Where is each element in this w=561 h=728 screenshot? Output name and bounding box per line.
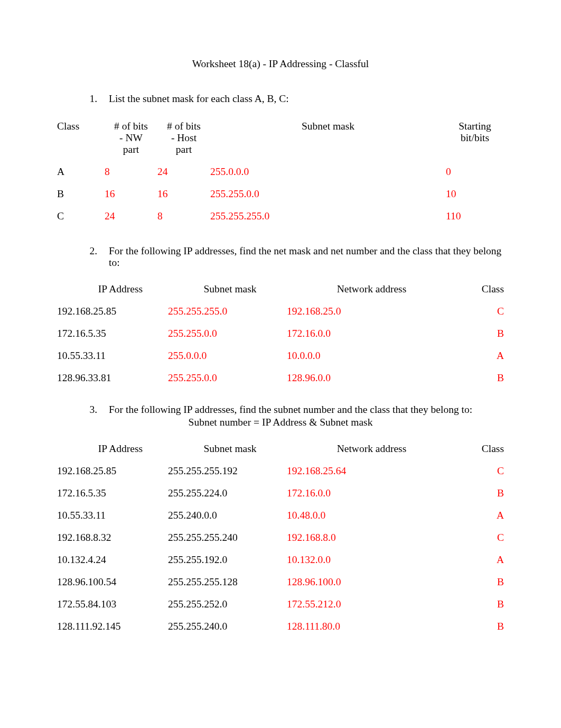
table-row: 172.16.5.35 255.255.224.0 172.16.0.0 B xyxy=(57,482,504,504)
cell-mask: 255.240.0.0 xyxy=(168,504,287,527)
cell-class: A xyxy=(456,549,504,571)
cell-class: A xyxy=(456,345,504,367)
question-text: For the following IP addresses, find the… xyxy=(109,404,504,416)
cell-class: C xyxy=(456,300,504,322)
cell-ip: 172.16.5.35 xyxy=(57,482,168,504)
table-row: 172.55.84.103 255.255.252.0 172.55.212.0… xyxy=(57,593,504,615)
question-number: 1. xyxy=(80,93,109,105)
cell-ip: 172.55.84.103 xyxy=(57,593,168,615)
cell-ip: 192.168.25.85 xyxy=(57,300,168,322)
cell-network: 128.96.0.0 xyxy=(287,367,456,389)
col-network: Network address xyxy=(287,438,456,460)
cell-network: 128.111.80.0 xyxy=(287,615,456,638)
cell-mask: 255.255.252.0 xyxy=(168,593,287,615)
col-nw-l1: # of bits xyxy=(105,121,157,132)
cell-class: A xyxy=(57,161,105,183)
table-header-row: IP Address Subnet mask Network address C… xyxy=(57,278,504,300)
question-number: 3. xyxy=(80,404,109,416)
cell-ip: 128.96.100.54 xyxy=(57,571,168,593)
col-host-l2: - Host xyxy=(157,132,210,144)
cell-network: 172.55.212.0 xyxy=(287,593,456,615)
cell-class: C xyxy=(456,527,504,549)
col-class: Class xyxy=(57,115,105,161)
cell-mask: 255.255.224.0 xyxy=(168,482,287,504)
cell-mask: 255.255.255.192 xyxy=(168,460,287,482)
col-start-l2: bit/bits xyxy=(446,132,504,144)
table-row: 192.168.25.85 255.255.255.192 192.168.25… xyxy=(57,460,504,482)
cell-mask: 255.0.0.0 xyxy=(168,345,287,367)
question-1: 1. List the subnet mask for each class A… xyxy=(80,93,504,105)
table-row: 10.55.33.11 255.0.0.0 10.0.0.0 A xyxy=(57,345,504,367)
col-class: Class xyxy=(456,278,504,300)
cell-ip: 10.55.33.11 xyxy=(57,345,168,367)
cell-start: 0 xyxy=(446,161,504,183)
cell-network: 172.16.0.0 xyxy=(287,482,456,504)
cell-ip: 192.168.25.85 xyxy=(57,460,168,482)
col-network: Network address xyxy=(287,278,456,300)
cell-mask: 255.255.255.128 xyxy=(168,571,287,593)
cell-host: 24 xyxy=(157,161,210,183)
page-title: Worksheet 18(a) - IP Addressing - Classf… xyxy=(57,58,504,70)
cell-mask: 255.255.255.0 xyxy=(210,205,446,227)
col-mask: Subnet mask xyxy=(168,438,287,460)
table-class-masks: Class # of bits - NW part # of bits - Ho… xyxy=(57,115,504,227)
table-row: 128.96.33.81 255.255.0.0 128.96.0.0 B xyxy=(57,367,504,389)
cell-network: 172.16.0.0 xyxy=(287,322,456,345)
col-ip: IP Address xyxy=(57,438,168,460)
cell-mask: 255.255.0.0 xyxy=(210,183,446,205)
cell-ip: 172.16.5.35 xyxy=(57,322,168,345)
question-2: 2. For the following IP addresses, find … xyxy=(80,245,504,269)
cell-mask: 255.255.0.0 xyxy=(168,367,287,389)
col-host-bits: # of bits - Host part xyxy=(157,115,210,161)
col-subnet-mask: Subnet mask xyxy=(210,115,446,161)
col-host-l1: # of bits xyxy=(157,121,210,132)
worksheet-page: Worksheet 18(a) - IP Addressing - Classf… xyxy=(0,0,561,684)
cell-nw: 24 xyxy=(105,205,157,227)
table-row: 172.16.5.35 255.255.0.0 172.16.0.0 B xyxy=(57,322,504,345)
cell-network: 192.168.25.64 xyxy=(287,460,456,482)
table-row: 128.96.100.54 255.255.255.128 128.96.100… xyxy=(57,571,504,593)
col-nw-bits: # of bits - NW part xyxy=(105,115,157,161)
cell-ip: 128.111.92.145 xyxy=(57,615,168,638)
cell-ip: 10.55.33.11 xyxy=(57,504,168,527)
col-nw-l2: - NW xyxy=(105,132,157,144)
cell-class: B xyxy=(456,482,504,504)
cell-class: B xyxy=(456,367,504,389)
cell-class: B xyxy=(57,183,105,205)
table-row: 10.55.33.11 255.240.0.0 10.48.0.0 A xyxy=(57,504,504,527)
table-row: 10.132.4.24 255.255.192.0 10.132.0.0 A xyxy=(57,549,504,571)
question-3: 3. For the following IP addresses, find … xyxy=(80,404,504,416)
table-ip-classful: IP Address Subnet mask Network address C… xyxy=(57,278,504,389)
cell-mask: 255.255.0.0 xyxy=(168,322,287,345)
table-row: C 24 8 255.255.255.0 110 xyxy=(57,205,504,227)
cell-mask: 255.255.255.0 xyxy=(168,300,287,322)
cell-class: B xyxy=(456,322,504,345)
cell-mask: 255.0.0.0 xyxy=(210,161,446,183)
table-row: 128.111.92.145 255.255.240.0 128.111.80.… xyxy=(57,615,504,638)
question-number: 2. xyxy=(80,245,109,269)
cell-ip: 128.96.33.81 xyxy=(57,367,168,389)
cell-class: C xyxy=(456,460,504,482)
cell-class: B xyxy=(456,571,504,593)
cell-start: 10 xyxy=(446,183,504,205)
cell-ip: 10.132.4.24 xyxy=(57,549,168,571)
cell-mask: 255.255.240.0 xyxy=(168,615,287,638)
question-text: For the following IP addresses, find the… xyxy=(109,245,504,269)
cell-nw: 16 xyxy=(105,183,157,205)
table-row: 192.168.8.32 255.255.255.240 192.168.8.0… xyxy=(57,527,504,549)
cell-network: 10.132.0.0 xyxy=(287,549,456,571)
col-starting-bits: Starting bit/bits xyxy=(446,115,504,161)
cell-network: 192.168.8.0 xyxy=(287,527,456,549)
cell-network: 10.48.0.0 xyxy=(287,504,456,527)
cell-class: B xyxy=(456,615,504,638)
cell-mask: 255.255.192.0 xyxy=(168,549,287,571)
cell-network: 128.96.100.0 xyxy=(287,571,456,593)
cell-class: A xyxy=(456,504,504,527)
cell-host: 16 xyxy=(157,183,210,205)
col-nw-l3: part xyxy=(105,144,157,155)
cell-network: 10.0.0.0 xyxy=(287,345,456,367)
col-ip: IP Address xyxy=(57,278,168,300)
col-host-l3: part xyxy=(157,144,210,155)
cell-class: C xyxy=(57,205,105,227)
cell-nw: 8 xyxy=(105,161,157,183)
